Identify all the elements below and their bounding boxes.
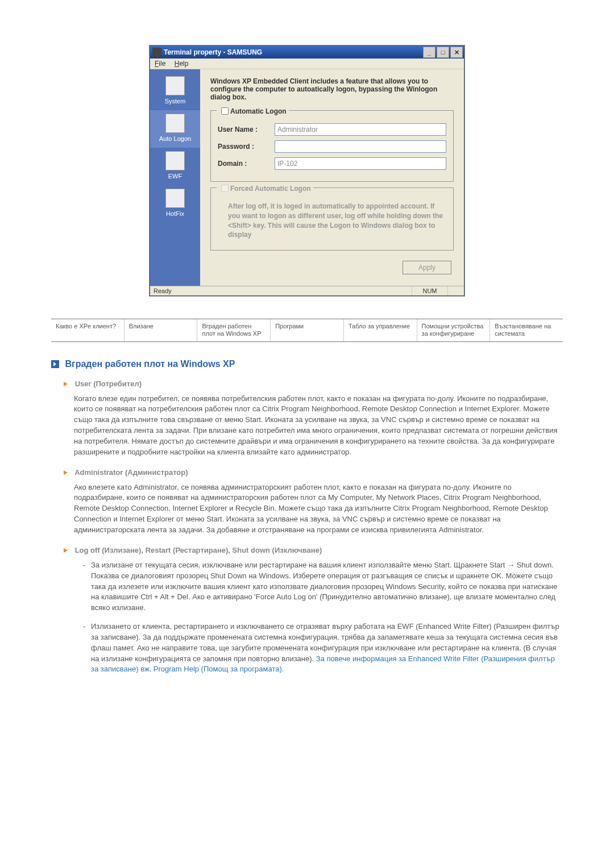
sidebar-item-label: Auto Logon (151, 135, 199, 142)
automatic-logon-checkbox[interactable]: Automatic Logon (219, 106, 287, 116)
arrow-right-icon (51, 360, 59, 368)
pane-description: Windows XP Embedded Client includes a fe… (210, 77, 454, 101)
sidebar-item-label: HotFix (151, 210, 199, 217)
close-button[interactable]: ✕ (450, 47, 463, 58)
password-label: Password : (218, 143, 275, 151)
sidebar-item-label: EWF (151, 173, 199, 180)
section-nav: Какво е XPe клиент? Влизане Вграден рабо… (51, 319, 563, 341)
sidebar-item-label: System (151, 98, 199, 105)
domain-label: Domain : (218, 160, 275, 168)
bullet-icon (64, 381, 69, 387)
username-label: User Name : (218, 126, 275, 133)
article: Вграден работен плот на Windows XP User … (51, 359, 563, 675)
menubar: File Help (150, 59, 464, 69)
group-automatic-logon: Automatic Logon User Name : Password : D… (210, 110, 454, 182)
bullet-icon (64, 548, 69, 553)
group-forced-auto-logon: Forced Automatic Logon After log off, it… (210, 187, 454, 251)
paragraph: Ако влезете като Administrator, се появя… (74, 482, 563, 536)
menu-file[interactable]: File (155, 60, 165, 68)
article-title: Вграден работен плот на Windows XP (51, 359, 563, 369)
main-pane: Windows XP Embedded Client includes a fe… (200, 69, 464, 286)
auto-logon-icon (165, 114, 185, 133)
titlebar[interactable]: Terminal property - SAMSUNG _ □ ✕ (150, 46, 464, 59)
forced-auto-logon-checkbox[interactable]: Forced Automatic Logon (219, 183, 311, 194)
list-item: Излизането от клиента, рестартирането и … (83, 621, 563, 675)
nav-item[interactable]: Влизане (124, 319, 197, 341)
nav-item[interactable]: Вграден работен плот на Windows XP (197, 319, 270, 341)
domain-input[interactable] (275, 157, 446, 170)
sidebar-item-hotfix[interactable]: HotFix (150, 185, 200, 223)
ewf-icon (165, 151, 185, 170)
subhead-logoff: Log off (Излизане), Restart (Рестартиран… (64, 546, 563, 554)
minimize-button[interactable]: _ (423, 47, 435, 58)
subhead-admin: Administrator (Администратор) (64, 468, 563, 477)
status-num: NUM (412, 286, 448, 295)
status-ready: Ready (150, 286, 412, 295)
system-icon (165, 76, 185, 95)
nav-item[interactable]: Какво е XPe клиент? (51, 319, 124, 341)
nav-item[interactable]: Табло за управление (343, 319, 417, 341)
nav-item[interactable]: Възстановяване на системата (489, 319, 563, 341)
terminal-property-window: Terminal property - SAMSUNG _ □ ✕ File H… (150, 45, 464, 296)
menu-help[interactable]: Help (175, 60, 189, 68)
sidebar-item-auto-logon[interactable]: Auto Logon (150, 110, 200, 148)
sidebar: System Auto Logon EWF HotFix (150, 69, 200, 286)
username-input[interactable] (275, 123, 446, 136)
bullet-icon (64, 470, 69, 475)
hotfix-icon (165, 189, 185, 208)
sublist: За излизане от текущата сесия, изключван… (83, 560, 563, 675)
forced-description: After log off, it is loged in automatica… (228, 202, 443, 240)
nav-item[interactable]: Програми (270, 319, 343, 341)
subhead-user: User (Потребител) (64, 379, 563, 388)
app-icon (152, 48, 161, 57)
window-title: Terminal property - SAMSUNG (164, 48, 262, 56)
list-item: За излизане от текущата сесия, изключван… (83, 560, 563, 614)
paragraph: Когато влезе един потребител, се появява… (74, 394, 563, 458)
sidebar-item-ewf[interactable]: EWF (150, 148, 200, 185)
statusbar: Ready NUM (150, 286, 464, 295)
nav-item[interactable]: Помощни устройства за конфигуриране (417, 319, 490, 341)
password-input[interactable] (275, 140, 446, 153)
apply-button[interactable]: Apply (403, 261, 451, 274)
sidebar-item-system[interactable]: System (150, 73, 200, 110)
maximize-button[interactable]: □ (437, 47, 449, 58)
resize-grip-icon[interactable] (448, 286, 464, 295)
